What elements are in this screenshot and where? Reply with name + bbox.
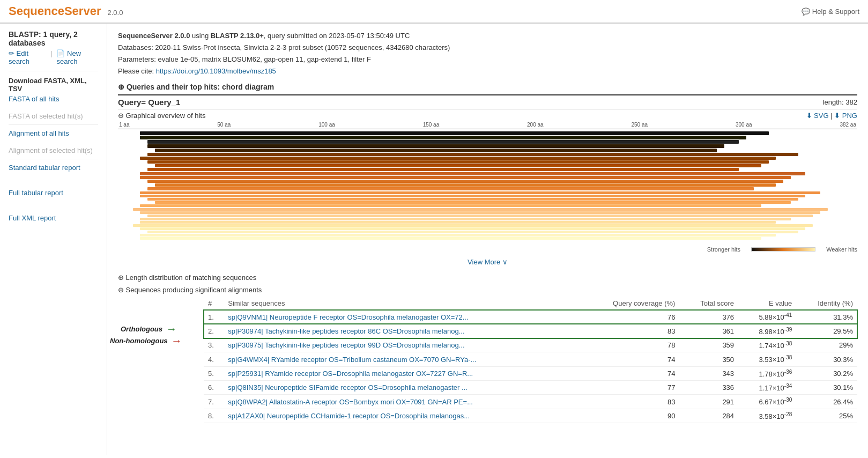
row-coverage: 90 — [581, 409, 679, 423]
logo-server: Server — [64, 4, 101, 18]
sidebar-divider-1 — [9, 71, 98, 71]
logo-version: 2.0.0 — [107, 9, 123, 17]
layout: BLASTP: 1 query, 2 databases ✏ Edit sear… — [0, 24, 868, 455]
hit-bar-24 — [140, 218, 791, 220]
hit-bar-17 — [140, 195, 805, 197]
blast-title: BLASTP: 1 query, 2 databases — [9, 30, 98, 47]
axis-label-300: 300 aa — [736, 122, 752, 128]
col-header-coverage: Query coverage (%) — [581, 297, 679, 310]
sig-alignments-label[interactable]: ⊖ Sequences producing significant alignm… — [118, 286, 262, 294]
row-num: 1. — [204, 310, 224, 324]
row-coverage: 83 — [581, 395, 679, 409]
row-coverage: 76 — [581, 310, 679, 324]
submitted-info: query submitted on 2023-05-07 13:50:49 U… — [268, 32, 410, 40]
row-seq: sp|G4WMX4| RYamide receptor OS=Tribolium… — [224, 352, 581, 366]
hit-bar-3 — [147, 140, 739, 144]
row-identity: 26.4% — [796, 395, 857, 409]
graphical-title[interactable]: ⊖ Graphical overview of hits — [118, 112, 205, 120]
svg-download-link[interactable]: ⬇ SVG — [806, 112, 829, 120]
fasta-all-link[interactable]: FASTA of all hits — [9, 95, 98, 103]
table-row: 6. sp|Q8IN35| Neuropeptide SIFamide rece… — [204, 381, 857, 395]
axis-label-250: 250 aa — [632, 122, 648, 128]
hit-bar-12 — [140, 176, 791, 179]
hit-bar-23 — [147, 215, 813, 217]
row-seq: sp|A1ZAX0| Neuropeptide CCHamide-1 recep… — [224, 409, 581, 423]
annotation-nonhomologous-label: Non-homologous — [110, 337, 168, 345]
hit-bar-11 — [140, 172, 805, 175]
seq-link[interactable]: sp|P30975| Tachykinin-like peptides rece… — [228, 341, 464, 349]
annotation-orthologous-arrow: → — [166, 323, 176, 335]
seq-link[interactable]: sp|A1ZAX0| Neuropeptide CCHamide-1 recep… — [228, 412, 470, 420]
chord-section: ⊕ Queries and their top hits: chord diag… — [118, 83, 857, 91]
row-num: 3. — [204, 338, 224, 352]
col-header-seq: Similar sequences — [224, 297, 581, 310]
hit-bar-22 — [140, 211, 820, 214]
seq-link[interactable]: sp|P30974| Tachykinin-like peptides rece… — [228, 327, 464, 335]
viz-legend: Stronger hits Weaker hits — [118, 246, 857, 253]
row-seq: sp|P30974| Tachykinin-like peptides rece… — [224, 324, 581, 338]
annotation-table-wrapper: Orthologous → Non-homologous → # Similar… — [204, 297, 857, 423]
axis-label-1: 1 aa — [119, 122, 129, 128]
seq-link[interactable]: sp|Q8IN35| Neuropeptide SIFamide recepto… — [228, 383, 467, 391]
sidebar-divider-3 — [9, 159, 98, 159]
graphical-download-links: ⬇ SVG | ⬇ PNG — [806, 112, 858, 120]
axis-label-50: 50 aa — [217, 122, 231, 128]
annotation-nonhomologous-arrow: → — [171, 335, 182, 347]
query-row: Query= Query_1 length: 382 — [118, 94, 857, 109]
help-support-link[interactable]: 💬 Help & Support — [802, 8, 859, 16]
full-report-link[interactable]: Full tabular report — [9, 189, 98, 197]
row-seq: sp|Q9VNM1| Neuropeptide F receptor OS=Dr… — [224, 310, 581, 324]
hit-bar-29 — [140, 234, 776, 237]
legend-stronger: Stronger hits — [707, 246, 740, 253]
axis-labels: 1 aa 50 aa 100 aa 150 aa 200 aa 250 aa 3… — [118, 122, 857, 128]
row-num: 2. — [204, 324, 224, 338]
view-more: View More ∨ — [118, 255, 857, 269]
edit-search-link[interactable]: ✏ Edit search — [9, 49, 46, 65]
view-more-link[interactable]: View More ∨ — [468, 258, 508, 266]
graphical-header: ⊖ Graphical overview of hits ⬇ SVG | ⬇ P… — [118, 112, 857, 120]
seq-link[interactable]: sp|Q9VNM1| Neuropeptide F receptor OS=Dr… — [228, 313, 468, 321]
axis-line — [118, 129, 857, 129]
sidebar: BLASTP: 1 query, 2 databases ✏ Edit sear… — [0, 24, 107, 455]
row-evalue: 3.58×10-28 — [738, 409, 796, 423]
row-score: 291 — [679, 395, 738, 409]
databases-info: Databases: 2020-11 Swiss-Prot insecta, S… — [118, 42, 857, 54]
hit-bar-9 — [155, 164, 761, 167]
hit-bar-15 — [147, 187, 754, 190]
full-xml-link[interactable]: Full XML report — [9, 214, 98, 222]
row-identity: 30.3% — [796, 352, 857, 366]
row-coverage: 83 — [581, 324, 679, 338]
row-evalue: 3.53×10-38 — [738, 352, 796, 366]
hit-bar-26 — [133, 224, 813, 227]
chord-section-label[interactable]: ⊕ Queries and their top hits: chord diag… — [118, 83, 274, 91]
hit-bar-4 — [147, 144, 724, 148]
hit-bar-14 — [155, 183, 776, 187]
hit-bar-8 — [147, 160, 768, 164]
axis-container: 1 aa 50 aa 100 aa 150 aa 200 aa 250 aa 3… — [118, 122, 857, 129]
row-evalue: 1.78×10-36 — [738, 366, 796, 380]
length-dist-label[interactable]: ⊕ Length distribution of matching sequen… — [118, 274, 256, 282]
axis-label-100: 100 aa — [318, 122, 335, 128]
cite-url[interactable]: https://doi.org/10.1093/molbev/msz185 — [156, 67, 276, 75]
table-body: 1. sp|Q9VNM1| Neuropeptide F receptor OS… — [204, 310, 857, 423]
col-header-evalue: E value — [738, 297, 796, 310]
hit-bar-13 — [147, 180, 783, 183]
standard-report-link[interactable]: Standard tabular report — [9, 164, 98, 172]
annotation-nonhomologous: Non-homologous → — [110, 335, 182, 347]
hit-bar-1 — [140, 131, 768, 135]
row-evalue: 8.98×10-39 — [738, 324, 796, 338]
seq-link[interactable]: sp|G4WMX4| RYamide receptor OS=Tribolium… — [228, 356, 476, 364]
download-title: Download FASTA, XML, TSV — [9, 77, 98, 93]
png-download-link[interactable]: ⬇ PNG — [834, 112, 857, 120]
alignment-all-link[interactable]: Alignment of all hits — [9, 129, 98, 137]
row-score: 361 — [679, 324, 738, 338]
hit-bar-28 — [147, 231, 798, 233]
new-search-link[interactable]: 📄 New search — [56, 49, 98, 65]
sidebar-divider-2 — [9, 124, 98, 125]
seq-link[interactable]: sp|Q8WPA2| Allatostatin-A receptor OS=Bo… — [228, 398, 473, 406]
row-evalue: 1.17×10-34 — [738, 381, 796, 395]
row-seq: sp|P25931| RYamide receptor OS=Drosophil… — [224, 366, 581, 380]
axis-label-382: 382 aa — [840, 122, 856, 128]
table-row: 3. sp|P30975| Tachykinin-like peptides r… — [204, 338, 857, 352]
seq-link[interactable]: sp|P25931| RYamide receptor OS=Drosophil… — [228, 370, 473, 378]
